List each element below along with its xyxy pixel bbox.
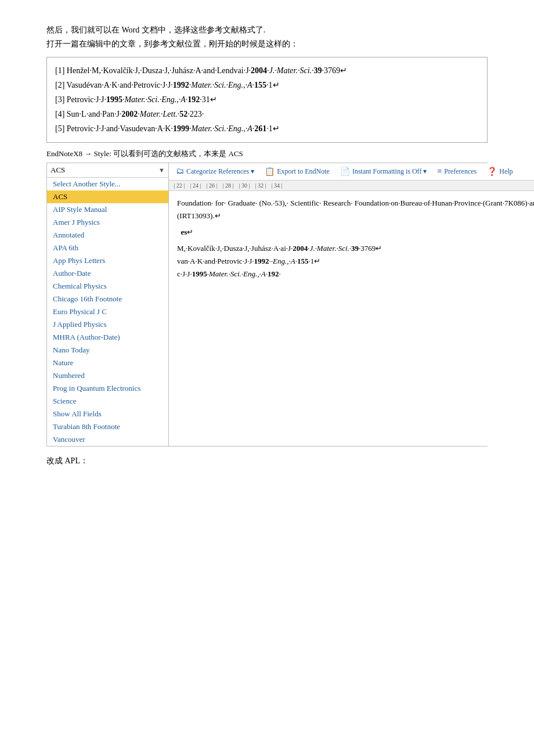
help-icon: ❓ [487, 167, 497, 177]
right-toolbar: 🗂 Categorize References ▾ 📋 Export to En… [169, 163, 534, 181]
style-item-2[interactable]: APA 6th [47, 242, 168, 254]
export-icon: 📋 [265, 167, 275, 177]
style-item-acs-highlighted[interactable]: ACS [47, 190, 168, 203]
ruler-ticks: | 22 | | 24 | | 26 | | 28 | | 30 | | 32 … [171, 182, 285, 189]
style-item-10[interactable]: Nature [47, 357, 168, 369]
style-item-16[interactable]: Vancouver [47, 433, 168, 446]
style-item-13[interactable]: Science [47, 395, 168, 408]
instant-label: Instant Formatting is Off ▾ [352, 167, 427, 176]
instant-btn[interactable]: 📄 Instant Formatting is Off ▾ [338, 165, 429, 178]
export-btn[interactable]: 📋 Export to EndNote [262, 165, 332, 178]
page-container: 然后，我们就可以在 Word 文档中，选择这些参考文献格式了. 打开一篇在编辑中… [46, 23, 488, 466]
instant-icon: 📄 [340, 167, 350, 177]
ref-line-2: [2] Vasudévan·A·K·and·Petrovic·J·J·1992·… [55, 78, 479, 92]
categorize-icon: 🗂 [176, 167, 184, 176]
endnote-ui-panel: ACS ▼ Select Another Style... ACS AIP St… [46, 163, 488, 447]
doc-para-1: Foundation· for· Graduate· (No.·53),· Sc… [177, 197, 534, 222]
ref-line-5: [5] Petrovic·J·J·and·Vasudevan·A·K·1999·… [55, 121, 479, 136]
ruler: | 22 | | 24 | | 26 | | 28 | | 30 | | 32 … [169, 181, 534, 191]
ruler-26: | 26 | [204, 182, 220, 189]
help-btn[interactable]: ❓ Help [485, 165, 515, 178]
categorize-label: Categorize References ▾ [186, 167, 254, 176]
style-item-15[interactable]: Turabian 8th Footnote [47, 420, 168, 433]
style-item-1[interactable]: Amer J Physics [47, 216, 168, 229]
intro-line2: 打开一篇在编辑中的文章，到参考文献位置，刚开始的时候是这样的： [46, 39, 298, 48]
style-item-8[interactable]: MHRA (Author-Date) [47, 331, 168, 344]
ruler-28: | 28 | [220, 182, 236, 189]
export-label: Export to EndNote [277, 167, 330, 176]
categorize-btn[interactable]: 🗂 Categorize References ▾ [174, 165, 257, 178]
ruler-34: | 34 | [269, 182, 285, 189]
current-style-label: ACS [50, 165, 65, 175]
style-item-4[interactable]: Chemical Physics [47, 280, 168, 293]
doc-para-3: M,·Kovalčík·J,·Dusza·J,·Juhász·A·ai·J·20… [177, 242, 534, 280]
preferences-btn[interactable]: ≡ Preferences [435, 165, 479, 178]
ruler-22: | 22 | [171, 182, 187, 189]
ref-line-4: [4] Sun·L·and·Pan·J·2002·Mater.·Lett.·52… [55, 107, 479, 121]
dropdown-arrow-icon: ▼ [158, 167, 165, 174]
style-item-app-phys[interactable]: App Phys Letters [47, 254, 168, 267]
help-label: Help [499, 167, 513, 176]
ruler-30: | 30 | [236, 182, 252, 189]
intro-block: 然后，我们就可以在 Word 文档中，选择这些参考文献格式了. 打开一篇在编辑中… [46, 23, 488, 51]
ref-line-1: [1] Henžel·M,·Kovalčík·J,·Dusza·J,·Juhás… [55, 63, 479, 78]
preferences-label: Preferences [444, 167, 477, 176]
style-list-panel: ACS ▼ Select Another Style... ACS AIP St… [47, 163, 169, 446]
right-doc-panel: 🗂 Categorize References ▾ 📋 Export to En… [169, 163, 534, 446]
ruler-32: | 32 | [252, 182, 269, 189]
style-item-0[interactable]: AIP Style Manual [47, 203, 168, 216]
style-item-7[interactable]: J Applied Physics [47, 318, 168, 331]
style-item-9[interactable]: Nano Today [47, 344, 168, 357]
style-dropdown-header[interactable]: ACS ▼ [47, 163, 168, 178]
doc-para-2: es↵ [177, 226, 534, 239]
reference-box: [1] Henžel·M,·Kovalčík·J,·Dusza·J,·Juhás… [46, 57, 488, 143]
doc-area: Foundation· for· Graduate· (No.·53),· Sc… [169, 191, 534, 290]
preferences-icon: ≡ [437, 167, 442, 176]
ruler-24: | 24 | [187, 182, 204, 189]
style-item-14[interactable]: Show All Fields [47, 408, 168, 420]
style-item-12[interactable]: Prog in Quantum Electronics [47, 382, 168, 395]
style-item-select-another[interactable]: Select Another Style... [47, 178, 168, 190]
style-item-11[interactable]: Numbered [47, 369, 168, 382]
style-item-annotated[interactable]: Annotated [47, 229, 168, 242]
style-item-6[interactable]: Euro Physical J C [47, 305, 168, 318]
style-item-5[interactable]: Chicago 16th Footnote [47, 293, 168, 305]
ref-line-3: [3] Petrovic·J·J·1995·Mater.·Sci.·Eng.,·… [55, 92, 479, 107]
style-list: Select Another Style... ACS AIP Style Ma… [47, 178, 168, 446]
style-item-3[interactable]: Author-Date [47, 267, 168, 280]
caption: EndNoteX8 → Style: 可以看到可选的文献格式，本来是 ACS [46, 149, 488, 159]
bottom-label: 改成 APL： [46, 456, 488, 466]
intro-line1: 然后，我们就可以在 Word 文档中，选择这些参考文献格式了. [46, 26, 265, 34]
